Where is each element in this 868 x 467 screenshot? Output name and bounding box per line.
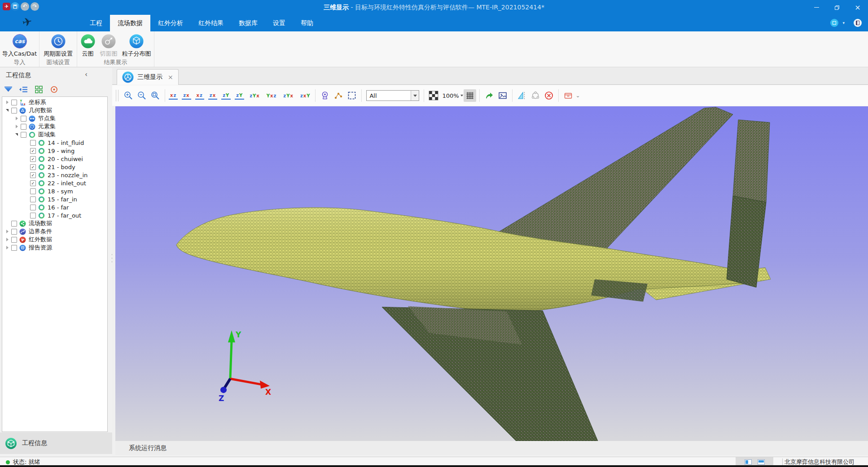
visibility-checkbox[interactable]: ✓ bbox=[30, 148, 36, 154]
visibility-checkbox[interactable] bbox=[21, 124, 26, 130]
tree-item[interactable]: 14 - int_fluid bbox=[2, 139, 107, 147]
view-orientation-button[interactable]: zx bbox=[182, 92, 191, 100]
tab-close-icon[interactable]: × bbox=[168, 74, 173, 81]
tree-item[interactable]: 几何数据 bbox=[2, 106, 107, 114]
tab-database[interactable]: 数据库 bbox=[231, 15, 265, 31]
tree-item[interactable]: ✓20 - chuiwei bbox=[2, 155, 107, 163]
tree-expand-arrow-icon[interactable] bbox=[13, 133, 20, 136]
visibility-checkbox[interactable]: ✓ bbox=[30, 164, 36, 170]
tree-item[interactable]: ✓23 - nozzle_in bbox=[2, 171, 107, 179]
redo-button[interactable]: ↷ bbox=[31, 2, 39, 11]
close-button[interactable]: × bbox=[847, 0, 868, 15]
display-filter-select[interactable]: All bbox=[366, 90, 419, 101]
visibility-checkbox[interactable]: ✓ bbox=[30, 172, 36, 178]
tree-item[interactable]: 流场数据 bbox=[2, 219, 107, 227]
view-orientation-button[interactable]: xz bbox=[195, 92, 204, 100]
visibility-checkbox[interactable]: ✓ bbox=[30, 156, 36, 162]
view-orientation-button[interactable]: zYx bbox=[282, 92, 295, 99]
visibility-checkbox[interactable] bbox=[11, 229, 17, 235]
tree-item[interactable]: 元素集 bbox=[2, 122, 107, 131]
tab-flow-data[interactable]: 流场数据 bbox=[110, 15, 150, 31]
tree-expand-arrow-icon[interactable] bbox=[13, 125, 20, 128]
section-view-button[interactable]: 切面图 bbox=[98, 34, 120, 58]
tab-settings[interactable]: 设置 bbox=[265, 15, 293, 31]
view-orientation-button[interactable]: xz bbox=[169, 92, 178, 100]
dropdown-button[interactable] bbox=[411, 91, 419, 100]
tree-item[interactable]: 报告资源 bbox=[2, 244, 107, 252]
view-orientation-button[interactable]: Yxz bbox=[265, 92, 278, 99]
3d-viewport[interactable]: Y X Z bbox=[115, 106, 868, 441]
collapse-panel-button[interactable]: ‹ bbox=[85, 70, 88, 79]
view-orientation-button[interactable]: zYx bbox=[248, 92, 261, 99]
help-book-button[interactable] bbox=[854, 19, 862, 27]
minimize-button[interactable] bbox=[806, 0, 827, 15]
tree-item[interactable]: 边界条件 bbox=[2, 227, 107, 236]
vertical-fin-upper-mesh[interactable] bbox=[733, 120, 770, 202]
locate-target-icon[interactable] bbox=[50, 86, 58, 93]
tree-item[interactable]: ✓19 - wing bbox=[2, 147, 107, 155]
style-dropdown-caret-icon[interactable]: ▾ bbox=[842, 21, 845, 25]
tab-ir-analysis[interactable]: 红外分析 bbox=[150, 15, 191, 31]
tab-ir-results[interactable]: 红外结果 bbox=[191, 15, 231, 31]
tree-expand-arrow-icon[interactable] bbox=[4, 109, 10, 112]
grid-view-icon[interactable] bbox=[35, 86, 43, 93]
visibility-checkbox[interactable] bbox=[30, 140, 36, 146]
snapshot-button[interactable] bbox=[496, 89, 509, 102]
tree-item[interactable]: 节点集 bbox=[2, 114, 107, 122]
visibility-checkbox[interactable] bbox=[11, 245, 17, 251]
box-select-button[interactable] bbox=[346, 89, 358, 102]
view-orientation-button[interactable]: zx bbox=[208, 92, 217, 100]
tree-item[interactable]: Yzx坐标系 bbox=[2, 98, 107, 106]
clear-view-button[interactable] bbox=[543, 89, 555, 102]
style-switch-button[interactable] bbox=[830, 19, 838, 27]
visibility-checkbox[interactable] bbox=[30, 205, 36, 210]
contour-cloud-button[interactable]: 云图 bbox=[78, 34, 98, 58]
tree-expand-arrow-icon[interactable] bbox=[4, 238, 10, 241]
filter-icon[interactable] bbox=[4, 86, 13, 93]
tree-item[interactable]: 16 - far bbox=[2, 203, 107, 211]
visibility-checkbox[interactable] bbox=[30, 196, 36, 202]
view-orientation-button[interactable]: zxY bbox=[299, 92, 312, 99]
import-cas-dat-button[interactable]: cas 导入Cas/Dat bbox=[0, 34, 39, 58]
view-orientation-button[interactable]: zY bbox=[235, 92, 244, 100]
more-dropdown-icon[interactable]: ⌄ bbox=[576, 92, 580, 99]
save-button[interactable] bbox=[11, 2, 19, 11]
mirror-button[interactable] bbox=[516, 89, 528, 102]
tree-item[interactable]: ✓21 - body bbox=[2, 163, 107, 171]
tree-expand-arrow-icon[interactable] bbox=[13, 117, 20, 120]
visibility-checkbox[interactable]: ✓ bbox=[30, 180, 36, 186]
particle-distribution-button[interactable]: 粒子分布图 bbox=[120, 34, 153, 58]
tab-engineering[interactable]: 工程 bbox=[82, 15, 110, 31]
zoom-fit-button[interactable] bbox=[149, 89, 162, 102]
visibility-checkbox[interactable] bbox=[30, 213, 36, 218]
visibility-checkbox[interactable] bbox=[21, 132, 26, 138]
visibility-checkbox[interactable] bbox=[11, 237, 17, 243]
tree-item[interactable]: ✓22 - inlet_out bbox=[2, 179, 107, 187]
tree-item[interactable]: 18 - sym bbox=[2, 187, 107, 195]
app-icon[interactable]: ✈ bbox=[3, 3, 10, 10]
export-button[interactable] bbox=[483, 89, 495, 102]
tree-item[interactable]: 红外数据 bbox=[2, 236, 107, 244]
toggle-message-panel-button[interactable] bbox=[758, 459, 765, 465]
panel-footer[interactable]: 工程信息 bbox=[0, 432, 112, 454]
transparency-icon[interactable] bbox=[427, 89, 440, 102]
tab-help[interactable]: 帮助 bbox=[293, 15, 321, 31]
toolbar-drag-handle[interactable] bbox=[116, 90, 118, 101]
collapse-all-icon[interactable] bbox=[19, 86, 28, 93]
opacity-select[interactable]: 100% bbox=[442, 92, 463, 99]
tree-expand-arrow-icon[interactable] bbox=[4, 230, 10, 233]
toggle-left-panel-button[interactable] bbox=[745, 459, 752, 465]
zoom-out-button[interactable] bbox=[136, 89, 148, 102]
visibility-checkbox[interactable] bbox=[11, 221, 17, 227]
probe-button[interactable] bbox=[319, 89, 331, 102]
visibility-checkbox[interactable] bbox=[21, 116, 26, 122]
visibility-checkbox[interactable] bbox=[11, 108, 17, 113]
maximize-button[interactable] bbox=[827, 0, 847, 15]
tree-expand-arrow-icon[interactable] bbox=[4, 100, 10, 104]
tab-3d-view[interactable]: 三维显示 × bbox=[117, 69, 179, 85]
tree-item[interactable]: 面域集 bbox=[2, 131, 107, 139]
visibility-checkbox[interactable] bbox=[30, 188, 36, 194]
aircraft-mesh-model[interactable]: Y X Z bbox=[115, 106, 868, 441]
particle-trace-button[interactable] bbox=[332, 89, 345, 102]
periodic-surface-button[interactable]: 周期面设置 bbox=[41, 34, 75, 58]
